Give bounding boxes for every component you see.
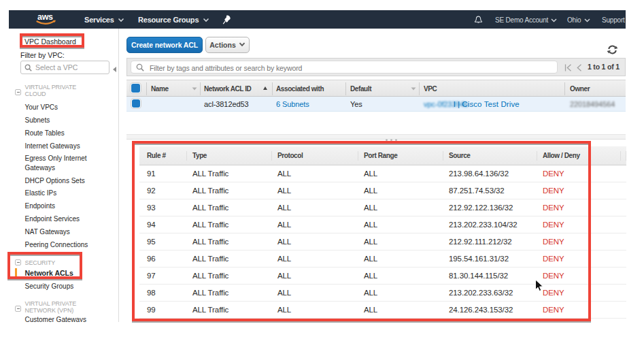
svg-text:aws: aws [37,12,53,22]
